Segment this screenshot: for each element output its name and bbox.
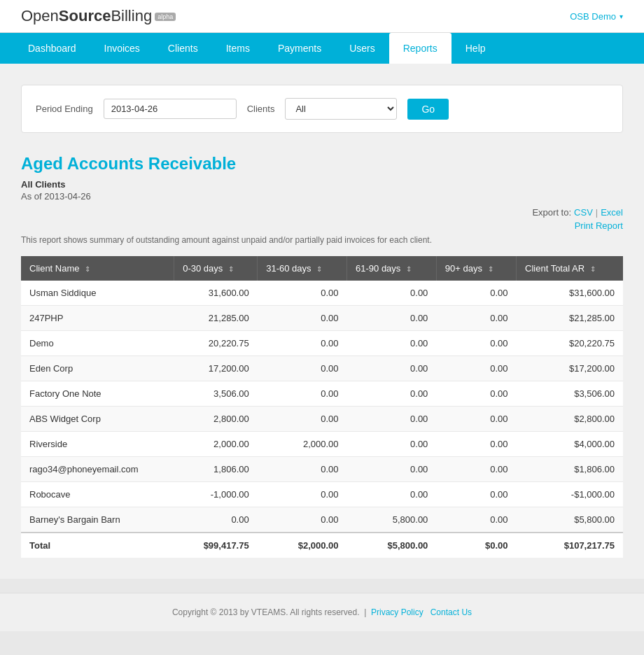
go-button[interactable]: Go <box>407 99 449 120</box>
sort-icon-0-30: ⇕ <box>228 265 234 273</box>
col-0-30[interactable]: 0-30 days ⇕ <box>174 256 258 281</box>
cell-d0-30: 2,800.00 <box>174 407 258 432</box>
col-client-name[interactable]: Client Name ⇕ <box>21 256 174 281</box>
cell-client: Factory One Note <box>21 381 174 407</box>
table-row: Robocave -1,000.00 0.00 0.00 0.00 -$1,00… <box>21 482 623 507</box>
logo-open: Open <box>21 7 59 24</box>
nav-item-users[interactable]: Users <box>335 33 389 64</box>
cell-d90plus: 0.00 <box>436 356 516 381</box>
cell-total: $5,800.00 <box>517 507 623 533</box>
footer-d0-30: $99,417.75 <box>174 533 258 558</box>
cell-client: 247PHP <box>21 306 174 331</box>
cell-d31-60: 0.00 <box>258 381 347 407</box>
cell-d90plus: 0.00 <box>436 381 516 407</box>
footer-total: $107,217.75 <box>517 533 623 558</box>
cell-d61-90: 0.00 <box>347 407 437 432</box>
cell-d90plus: 0.00 <box>436 306 516 331</box>
cell-client: Demo <box>21 331 174 356</box>
col-61-90[interactable]: 61-90 days ⇕ <box>347 256 437 281</box>
contact-us-link[interactable]: Contact Us <box>430 607 472 617</box>
footer-d31-60: $2,000.00 <box>258 533 347 558</box>
cell-client: ABS Widget Corp <box>21 407 174 432</box>
cell-total: $20,220.75 <box>517 331 623 356</box>
sort-icon-31-60: ⇕ <box>316 265 322 273</box>
table-row: Factory One Note 3,506.00 0.00 0.00 0.00… <box>21 381 623 407</box>
cell-total: -$1,000.00 <box>517 482 623 507</box>
col-total-ar[interactable]: Client Total AR ⇕ <box>517 256 623 281</box>
nav-item-invoices[interactable]: Invoices <box>90 33 154 64</box>
cell-d31-60: 0.00 <box>258 306 347 331</box>
sort-icon-90plus: ⇕ <box>488 265 493 273</box>
cell-d31-60: 2,000.00 <box>258 432 347 457</box>
cell-client: Riverside <box>21 432 174 457</box>
print-link[interactable]: Print Report <box>575 220 623 231</box>
cell-client: Robocave <box>21 482 174 507</box>
footer-copyright: Copyright © 2013 by VTEAMS. All rights r… <box>172 607 360 617</box>
cell-d61-90: 0.00 <box>347 482 437 507</box>
csv-link[interactable]: CSV <box>574 207 593 218</box>
cell-d0-30: -1,000.00 <box>174 482 258 507</box>
table-footer-row: Total $99,417.75 $2,000.00 $5,800.00 $0.… <box>21 533 623 558</box>
cell-d61-90: 5,800.00 <box>347 507 437 533</box>
cell-d31-60: 0.00 <box>258 482 347 507</box>
cell-total: $1,806.00 <box>517 457 623 482</box>
filter-bar: Period Ending Clients All Go <box>21 85 623 133</box>
cell-d31-60: 0.00 <box>258 356 347 381</box>
nav-item-items[interactable]: Items <box>212 33 264 64</box>
sort-icon-client: ⇕ <box>85 265 90 273</box>
cell-d90plus: 0.00 <box>436 457 516 482</box>
table-row: Usman Siddique 31,600.00 0.00 0.00 0.00 … <box>21 281 623 306</box>
cell-d90plus: 0.00 <box>436 331 516 356</box>
cell-total: $21,285.00 <box>517 306 623 331</box>
print-row: Print Report <box>21 220 623 231</box>
user-name: OSB Demo <box>570 11 616 22</box>
cell-client: Barney's Bargain Barn <box>21 507 174 533</box>
cell-client: Usman Siddique <box>21 281 174 306</box>
nav-item-dashboard[interactable]: Dashboard <box>14 33 90 64</box>
period-ending-input[interactable] <box>104 99 237 119</box>
col-31-60[interactable]: 31-60 days ⇕ <box>258 256 347 281</box>
report-subtitle: All Clients <box>21 179 623 190</box>
clients-select[interactable]: All <box>285 98 397 120</box>
cell-d31-60: 0.00 <box>258 457 347 482</box>
cell-d0-30: 1,806.00 <box>174 457 258 482</box>
table-row: Demo 20,220.75 0.00 0.00 0.00 $20,220.75 <box>21 331 623 356</box>
table-row: Barney's Bargain Barn 0.00 0.00 5,800.00… <box>21 507 623 533</box>
excel-link[interactable]: Excel <box>601 207 623 218</box>
cell-d31-60: 0.00 <box>258 407 347 432</box>
nav-item-clients[interactable]: Clients <box>154 33 212 64</box>
export-label: Export to: <box>532 207 571 218</box>
cell-d31-60: 0.00 <box>258 331 347 356</box>
table-row: ABS Widget Corp 2,800.00 0.00 0.00 0.00 … <box>21 407 623 432</box>
report-table: Client Name ⇕ 0-30 days ⇕ 31-60 days ⇕ 6… <box>21 256 623 558</box>
nav-item-help[interactable]: Help <box>451 33 500 64</box>
cell-d0-30: 17,200.00 <box>174 356 258 381</box>
cell-total: $4,000.00 <box>517 432 623 457</box>
col-90plus[interactable]: 90+ days ⇕ <box>436 256 516 281</box>
clients-label: Clients <box>247 104 275 114</box>
nav-item-payments[interactable]: Payments <box>264 33 335 64</box>
export-divider: | <box>596 207 598 218</box>
chevron-down-icon: ▾ <box>620 13 623 20</box>
nav-item-reports[interactable]: Reports <box>389 33 451 64</box>
cell-d61-90: 0.00 <box>347 432 437 457</box>
cell-d61-90: 0.00 <box>347 381 437 407</box>
logo: OpenSourceBillingalpha <box>21 7 176 25</box>
logo-alpha-badge: alpha <box>155 13 176 21</box>
privacy-policy-link[interactable]: Privacy Policy <box>371 607 424 617</box>
report-description: This report shows summary of outstanding… <box>21 235 623 245</box>
cell-client: Eden Corp <box>21 356 174 381</box>
report-date: As of 2013-04-26 <box>21 191 623 202</box>
cell-d90plus: 0.00 <box>436 432 516 457</box>
user-menu[interactable]: OSB Demo ▾ <box>570 11 623 22</box>
cell-total: $17,200.00 <box>517 356 623 381</box>
cell-d61-90: 0.00 <box>347 457 437 482</box>
cell-d90plus: 0.00 <box>436 407 516 432</box>
footer-d61-90: $5,800.00 <box>347 533 437 558</box>
cell-total: $3,506.00 <box>517 381 623 407</box>
logo-source: Source <box>59 7 111 24</box>
cell-total: $2,800.00 <box>517 407 623 432</box>
footer-d90plus: $0.00 <box>436 533 516 558</box>
cell-d0-30: 3,506.00 <box>174 381 258 407</box>
main-content: Period Ending Clients All Go Aged Accoun… <box>0 64 644 579</box>
